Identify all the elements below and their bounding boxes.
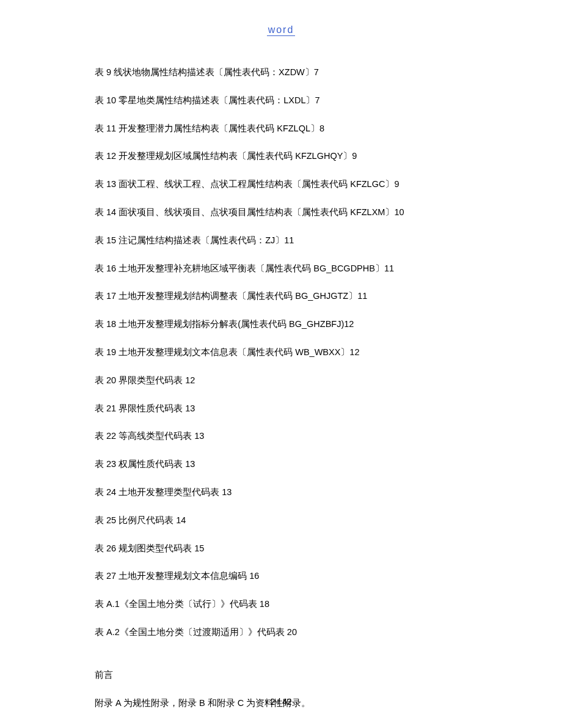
toc-entry: 表 16 土地开发整理补充耕地区域平衡表〔属性表代码 BG_BCGDPHB〕11 [95,262,467,274]
toc-entry: 表 10 零星地类属性结构描述表〔属性表代码：LXDL〕7 [95,94,467,106]
toc-entry: 表 25 比例尺代码表 14 [95,514,467,526]
page-footer: 2 / 42 [0,697,562,707]
toc-entry: 表 15 注记属性结构描述表〔属性表代码：ZJ〕11 [95,234,467,246]
header-link-text: word [267,24,296,36]
toc-entry: 表 19 土地开发整理规划文本信息表〔属性表代码 WB_WBXX〕12 [95,346,467,358]
toc-entry: 表 17 土地开发整理规划结构调整表〔属性表代码 BG_GHJGTZ〕11 [95,290,467,302]
toc-entry: 表 26 规划图类型代码表 15 [95,542,467,554]
toc-entry: 表 22 等高线类型代码表 13 [95,430,467,442]
toc-entry: 表 20 界限类型代码表 12 [95,374,467,386]
toc-entry: 表 14 面状项目、线状项目、点状项目属性结构表〔属性表代码 KFZLXM〕10 [95,206,467,218]
toc-entry: 表 18 土地开发整理规划指标分解表(属性表代码 BG_GHZBFJ)12 [95,318,467,330]
toc-entry: 表 23 权属性质代码表 13 [95,458,467,470]
document-content: 表 9 线状地物属性结构描述表〔属性表代码：XZDW〕7 表 10 零星地类属性… [95,66,467,725]
toc-entry: 表 9 线状地物属性结构描述表〔属性表代码：XZDW〕7 [95,66,467,78]
toc-entry: 表 21 界限性质代码表 13 [95,402,467,414]
toc-entry: 表 11 开发整理潜力属性结构表〔属性表代码 KFZLQL〕8 [95,122,467,134]
toc-entry: 表 27 土地开发整理规划文本信息编码 16 [95,570,467,582]
toc-entry: 表 A.1《全国土地分类〔试行〕》代码表 18 [95,598,467,610]
toc-entry: 表 12 开发整理规划区域属性结构表〔属性表代码 KFZLGHQY〕9 [95,150,467,162]
toc-entry: 表 13 面状工程、线状工程、点状工程属性结构表〔属性表代码 KFZLGC〕9 [95,178,467,190]
header-link[interactable]: word [0,24,562,35]
preface-heading: 前言 [95,669,467,681]
toc-entry: 表 A.2《全国土地分类〔过渡期适用〕》代码表 20 [95,626,467,638]
page-number: 2 / 42 [270,697,291,707]
toc-entry: 表 24 土地开发整理类型代码表 13 [95,486,467,498]
